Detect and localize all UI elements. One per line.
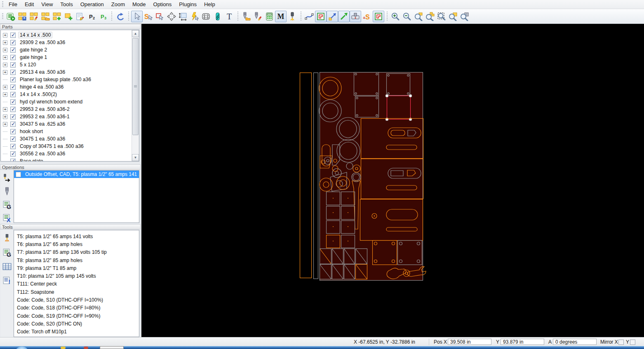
tool-row[interactable]: Code: Code, S18 (DTHC-OFF I=80%)	[14, 304, 139, 312]
start-orb[interactable]	[15, 347, 29, 349]
part-checkbox[interactable]	[10, 107, 16, 112]
expand-icon[interactable]	[3, 70, 7, 75]
open-parts-button[interactable]	[40, 11, 51, 22]
part-row[interactable]: hinge 4 ea .500 a36	[1, 83, 139, 91]
part-row[interactable]: 29953 2 ea .500 a36-1	[1, 113, 139, 120]
pos-x-field[interactable]: 39.508 in	[448, 339, 491, 345]
part-checkbox[interactable]	[10, 92, 16, 97]
add-parts-button[interactable]	[51, 11, 63, 22]
select-cursor-button[interactable]	[131, 11, 143, 22]
menu-item[interactable]: View	[38, 0, 56, 8]
operations-list[interactable]: Outside Offset, CAD, T5: plasma 1/2" 65 …	[14, 170, 139, 223]
taskbar-icon[interactable]	[84, 347, 88, 349]
part-checkbox[interactable]	[10, 114, 16, 119]
part-row[interactable]: 29309 2 ea .500 a36	[1, 39, 139, 46]
menu-item[interactable]: Options	[150, 0, 176, 8]
expand-icon[interactable]	[3, 102, 7, 102]
menu-item[interactable]: Help	[200, 0, 219, 8]
part-checkbox[interactable]	[10, 129, 16, 134]
part-checkbox[interactable]	[10, 136, 16, 142]
zoom-machine-button[interactable]	[459, 11, 470, 22]
expand-icon[interactable]	[3, 33, 7, 37]
part-row[interactable]: 14 x 14 x .500	[1, 31, 139, 39]
p3-button[interactable]: P3	[97, 11, 109, 22]
strip-part[interactable]	[300, 73, 312, 278]
menu-item[interactable]: Tools	[56, 0, 76, 8]
expand-icon[interactable]	[3, 92, 7, 97]
part-row[interactable]: Planer lug takeup plate .500 a36	[1, 76, 139, 83]
part-checkbox[interactable]	[10, 151, 16, 157]
tool-list-icon[interactable]: !	[2, 275, 12, 286]
select-contour-button[interactable]	[154, 11, 166, 22]
part-row[interactable]: hyd cyl wrench boom extend	[1, 98, 139, 105]
zoom-part-button[interactable]	[413, 11, 424, 22]
menu-item[interactable]: Operation	[77, 0, 108, 8]
text-tool-button[interactable]: T	[223, 11, 235, 22]
quick-toolpath-button[interactable]	[189, 11, 200, 22]
part-checkbox[interactable]	[10, 144, 16, 149]
tool-row[interactable]: T7: plasma 1/2" 85 amp 136 volts 105 tip	[14, 248, 139, 256]
zoom-in-button[interactable]	[390, 11, 401, 22]
expand-icon[interactable]	[3, 48, 7, 52]
zoom-window-button[interactable]	[436, 11, 447, 22]
parts-tree[interactable]: 14 x 14 x .500 29309 2 ea .500 a36 gate …	[0, 30, 139, 162]
export-icon[interactable]: X	[2, 213, 12, 223]
menu-item[interactable]: File	[5, 0, 21, 8]
p2-button[interactable]: P2	[86, 11, 97, 22]
part-checkbox[interactable]	[10, 122, 16, 127]
menu-item[interactable]: Edit	[21, 0, 38, 8]
part-checkbox[interactable]	[10, 55, 16, 60]
expand-icon[interactable]	[3, 80, 7, 80]
torch-preview-button[interactable]	[287, 11, 298, 22]
part-checkbox[interactable]	[10, 47, 16, 53]
resize-part-button[interactable]	[177, 11, 189, 22]
expand-icon[interactable]	[3, 63, 7, 67]
gcode-icon[interactable]: G	[2, 247, 12, 258]
tool-row[interactable]: T111: Center peck	[14, 280, 139, 288]
drill-icon[interactable]	[2, 187, 12, 197]
pan-button[interactable]	[166, 11, 177, 22]
part-row[interactable]: 29513 4 ea .500 a36	[1, 68, 139, 76]
part-row[interactable]: Copy of 30475 1 ea .500 a36	[1, 143, 139, 150]
show-rapids-button[interactable]	[327, 11, 338, 22]
angle-field[interactable]: 0 degrees	[553, 339, 597, 345]
drawing-canvas[interactable]	[141, 24, 644, 337]
menu-item[interactable]: Plugins	[175, 0, 200, 8]
part-row[interactable]: 30437 5 ea .625 a36	[1, 120, 139, 128]
undo-button[interactable]	[114, 11, 126, 22]
tool-row[interactable]: T10: plasma 1/2" 105 amp 145 volts	[14, 272, 139, 280]
show-machine-button[interactable]	[350, 11, 361, 22]
part-row[interactable]: hook short	[1, 128, 139, 135]
material-button[interactable]: M	[275, 11, 287, 22]
part-row[interactable]: 5 x 120	[1, 61, 139, 68]
calculator-button[interactable]	[263, 11, 275, 22]
part-checkbox[interactable]	[10, 99, 16, 105]
part-row[interactable]: 14 x 14 x .500(2)	[1, 91, 139, 98]
expand-icon[interactable]	[3, 161, 7, 162]
part-checkbox[interactable]	[10, 84, 16, 90]
show-cut-paths-button[interactable]	[315, 11, 327, 22]
tools-list[interactable]: T5: plasma 1/2" 65 amps 141 volts T6: pl…	[14, 230, 139, 337]
mirror-y-checkbox[interactable]	[630, 340, 635, 345]
taskbar-icon[interactable]	[61, 347, 66, 349]
part-checkbox[interactable]	[10, 40, 16, 45]
segment-select-button[interactable]	[212, 11, 223, 22]
scroll-thumb[interactable]	[132, 38, 139, 135]
expand-icon[interactable]	[3, 55, 7, 60]
part-checkbox[interactable]	[10, 70, 16, 75]
scroll-down-arrow[interactable]: ▼	[132, 154, 139, 161]
gcode-icon[interactable]: G	[2, 200, 12, 210]
expand-icon[interactable]	[3, 146, 7, 147]
job-options-button[interactable]	[5, 11, 16, 22]
expand-icon[interactable]	[3, 85, 7, 89]
torch-icon[interactable]	[2, 233, 12, 244]
expand-icon[interactable]	[3, 154, 7, 154]
node-edit-button[interactable]	[303, 11, 315, 22]
select-s-button[interactable]: S	[143, 11, 154, 22]
operation-checkbox[interactable]	[16, 172, 21, 177]
toolbar-grip-2[interactable]	[2, 13, 4, 20]
part-row[interactable]: gate hinge 1	[1, 54, 139, 61]
sheet[interactable]	[320, 73, 423, 281]
part-checkbox[interactable]	[10, 62, 16, 68]
pos-y-field[interactable]: 93.879 in	[501, 339, 544, 345]
